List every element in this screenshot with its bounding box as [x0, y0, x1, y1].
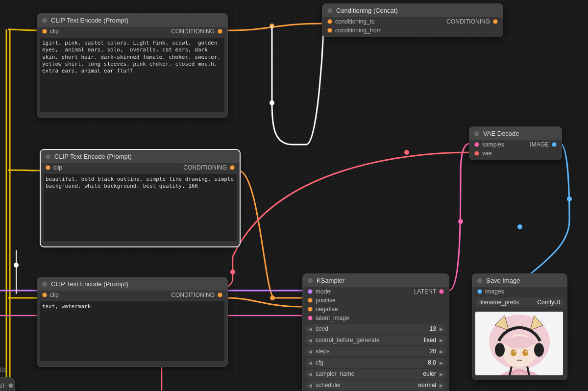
input-positive: positive: [316, 297, 336, 304]
widget-steps[interactable]: ◀ steps 20 ▶: [305, 346, 447, 356]
input-latent: latent_image: [316, 315, 349, 321]
collapse-dot-icon[interactable]: [46, 154, 50, 159]
arrow-right-icon[interactable]: ▶: [438, 325, 445, 332]
arrow-left-icon[interactable]: ◀: [307, 382, 314, 389]
svg-point-14: [511, 349, 516, 356]
output-label: LATENT: [414, 288, 436, 295]
svg-point-17: [526, 351, 527, 353]
collapse-dot-icon[interactable]: [474, 131, 479, 136]
arrow-right-icon[interactable]: ▶: [438, 337, 445, 343]
node-clip-text-encode-3[interactable]: CLIP Text Encode (Prompt) clip CONDITION…: [37, 277, 228, 367]
port-latent-image[interactable]: [308, 316, 313, 320]
port-latent-output[interactable]: [439, 289, 444, 294]
svg-point-16: [514, 351, 515, 353]
widget-filename-prefix[interactable]: filename_prefix ComfyUI: [474, 297, 565, 307]
port-conditioning-from[interactable]: [327, 28, 332, 33]
port-output[interactable]: [8, 383, 13, 388]
cutoff-label: 0s: [0, 366, 7, 373]
output-preview-image[interactable]: [475, 312, 563, 375]
node-ksampler[interactable]: KSampler model LATENT positive negative …: [302, 273, 449, 391]
widget-control-before-generate[interactable]: ◀ control_before_generate fixed ▶: [305, 335, 447, 345]
arrow-right-icon[interactable]: ▶: [438, 382, 445, 389]
port-conditioning-to[interactable]: [327, 19, 332, 24]
input-label: clip: [53, 164, 62, 171]
port-image-output[interactable]: [552, 142, 557, 147]
node-clip-text-encode-2[interactable]: CLIP Text Encode (Prompt) clip CONDITION…: [40, 149, 240, 247]
input-label: clip: [50, 28, 59, 35]
widget-scheduler[interactable]: ◀ scheduler normal ▶: [305, 380, 447, 390]
port-conditioning-output[interactable]: [218, 29, 222, 34]
svg-point-7: [517, 224, 522, 229]
svg-point-5: [230, 269, 235, 274]
svg-point-13: [534, 343, 544, 357]
collapse-dot-icon[interactable]: [477, 278, 482, 283]
node-title[interactable]: VAE Decode: [469, 127, 562, 140]
port-conditioning-output[interactable]: [230, 165, 235, 170]
input-label: images: [485, 288, 504, 295]
port-clip-input[interactable]: [42, 293, 47, 297]
svg-point-4: [404, 150, 409, 155]
input-label: clip: [50, 292, 59, 298]
arrow-left-icon[interactable]: ◀: [307, 370, 314, 377]
arrow-left-icon[interactable]: ◀: [307, 359, 314, 366]
node-vae-decode[interactable]: VAE Decode samples IMAGE vae: [469, 126, 562, 160]
prompt-textarea[interactable]: [44, 174, 237, 241]
node-clip-text-encode-1[interactable]: CLIP Text Encode (Prompt) clip CONDITION…: [37, 13, 228, 118]
node-save-image[interactable]: Save Image images filename_prefix ComfyU…: [472, 273, 567, 380]
collapse-dot-icon[interactable]: [42, 18, 47, 23]
port-images[interactable]: [477, 289, 482, 294]
port-clip-input[interactable]: [46, 165, 50, 170]
port-negative[interactable]: [308, 307, 313, 312]
widget-seed[interactable]: ◀ seed 13 ▶: [305, 324, 447, 334]
input-label: vae: [482, 150, 491, 157]
arrow-right-icon[interactable]: ▶: [438, 370, 445, 377]
title-text: CLIP Text Encode (Prompt): [51, 280, 128, 288]
port-vae[interactable]: [474, 151, 479, 156]
output-label: CONDITIONING: [171, 292, 215, 298]
svg-point-3: [458, 219, 463, 224]
prompt-textarea[interactable]: [40, 38, 224, 112]
output-label: CONDITIONING: [446, 18, 490, 25]
prompt-textarea[interactable]: [40, 301, 224, 361]
svg-point-1: [270, 100, 274, 105]
arrow-left-icon[interactable]: ◀: [307, 325, 314, 332]
arrow-right-icon[interactable]: ▶: [438, 359, 445, 366]
port-conditioning-output[interactable]: [493, 19, 498, 24]
widget-cfg[interactable]: ◀ cfg 8.0 ▶: [305, 358, 447, 367]
svg-point-12: [495, 343, 505, 357]
port-conditioning-output[interactable]: [218, 293, 222, 297]
collapse-dot-icon[interactable]: [42, 282, 47, 287]
port-positive[interactable]: [308, 298, 313, 303]
svg-point-0: [270, 24, 274, 28]
node-title[interactable]: CLIP Text Encode (Prompt): [41, 150, 240, 163]
arrow-left-icon[interactable]: ◀: [307, 337, 314, 343]
port-model[interactable]: [308, 289, 313, 294]
input-negative: negative: [316, 306, 338, 313]
title-text: KSampler: [317, 277, 344, 284]
node-title[interactable]: CLIP Text Encode (Prompt): [37, 14, 227, 27]
port-samples[interactable]: [474, 142, 479, 147]
node-title[interactable]: Conditioning (Concat): [322, 4, 503, 17]
svg-point-6: [567, 196, 572, 201]
title-text: Conditioning (Concat): [336, 7, 398, 14]
title-text: CLIP Text Encode (Prompt): [51, 17, 128, 24]
node-title[interactable]: CLIP Text Encode (Prompt): [37, 277, 227, 291]
title-text: CLIP Text Encode (Prompt): [54, 153, 132, 160]
node-conditioning-concat[interactable]: Conditioning (Concat) conditioning_to CO…: [322, 3, 503, 37]
node-title[interactable]: KSampler: [303, 274, 449, 287]
widget-sampler-name[interactable]: ◀ sampler_name euler ▶: [305, 369, 447, 379]
node-cutoff-1[interactable]: NT: [0, 377, 15, 391]
input-label: samples: [482, 141, 504, 148]
arrow-right-icon[interactable]: ▶: [438, 348, 445, 355]
title-text: Save Image: [486, 277, 520, 284]
node-title[interactable]: Save Image: [472, 274, 567, 287]
svg-point-15: [522, 349, 528, 356]
collapse-dot-icon[interactable]: [308, 278, 313, 283]
arrow-left-icon[interactable]: ◀: [307, 348, 314, 355]
output-label: CONDITIONING: [183, 164, 227, 171]
port-clip-input[interactable]: [42, 29, 47, 34]
input-label: conditioning_to: [335, 18, 375, 25]
output-label: IMAGE: [530, 141, 549, 148]
collapse-dot-icon[interactable]: [327, 8, 332, 13]
output-label: CONDITIONING: [171, 28, 215, 35]
